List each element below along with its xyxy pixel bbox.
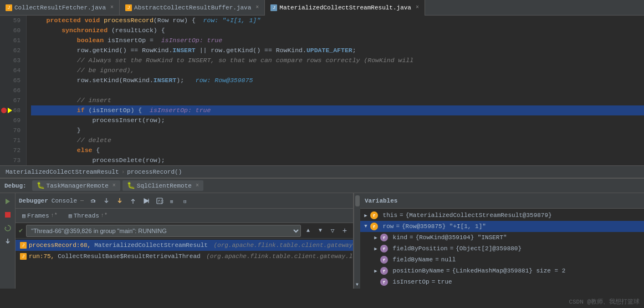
var-icon-fieldByName: f xyxy=(380,256,388,264)
var-row-kind[interactable]: f kind = {RowKind@359104} "INSERT" xyxy=(360,232,644,243)
code-line-71: // delete xyxy=(31,135,644,145)
frames-threads-tabs: ▤ Frames ↑* ▤ Threads ↑* xyxy=(16,209,353,223)
debugger-left-panel: Debugger Console — xyxy=(16,193,354,289)
var-icon-isInsertOp: f xyxy=(380,278,388,286)
tab-label-0: CollectResultFetcher.java xyxy=(14,4,106,11)
var-icon-this: f xyxy=(370,211,378,219)
frames-icon: ▤ xyxy=(22,213,25,219)
eval-expression-btn[interactable]: f(x) xyxy=(154,195,166,206)
scroll-thumb[interactable] xyxy=(355,195,360,206)
bug-icon-1: 🐛 xyxy=(37,181,45,190)
gutter-70: 70 xyxy=(0,125,23,135)
tab-abstract-collect[interactable]: J AbstractCollectResultBuffer.java × xyxy=(120,0,265,16)
var-value-fieldByName: null xyxy=(441,256,456,263)
var-name-this: this xyxy=(379,212,397,219)
force-step-into-btn[interactable] xyxy=(114,195,126,206)
scroll-down-arrow[interactable]: ▼ xyxy=(355,282,360,287)
var-value-row: {Row@359875} "+I[1, 1]" xyxy=(402,223,486,230)
threads-count: ↑* xyxy=(101,213,108,219)
breadcrumb-sep: › xyxy=(121,169,125,175)
code-line-60: synchronized (resultLock) { xyxy=(31,26,644,36)
rerun-icon[interactable] xyxy=(2,222,14,234)
frames-tab[interactable]: ▤ Frames ↑* xyxy=(18,211,62,220)
close-tab-1[interactable]: × xyxy=(255,4,259,11)
code-line-65: row.setKind(RowKind.INSERT); row: Row@35… xyxy=(31,75,644,85)
expand-kind[interactable] xyxy=(372,234,379,241)
code-line-63: // Always set the RowKind to INSERT, so … xyxy=(31,55,644,65)
var-row-row[interactable]: f row = {Row@359875} "+I[1, 1]" xyxy=(360,221,644,232)
stack-frame-0[interactable]: J processRecord:68, MaterializedCollectS… xyxy=(16,240,353,251)
close-debug-tab-1[interactable]: × xyxy=(196,183,199,189)
var-name-fieldByPosition: fieldByPosition xyxy=(389,245,448,252)
step-over-btn[interactable] xyxy=(87,195,99,206)
trace-over-btn[interactable]: ⊞ xyxy=(167,195,179,206)
thread-filter-btn[interactable]: ▽ xyxy=(328,226,338,236)
var-row-is-insert-op[interactable]: f isInsertOp = true xyxy=(360,276,644,287)
threads-icon: ▤ xyxy=(69,213,72,219)
gutter-65: 65 xyxy=(0,75,23,85)
code-line-66 xyxy=(31,85,644,95)
thread-down-btn[interactable]: ▼ xyxy=(315,226,325,236)
step-into-btn[interactable] xyxy=(100,195,113,206)
debug-tab-task-manager[interactable]: 🐛 TaskManagerRemote × xyxy=(32,180,120,191)
var-icon-kind: f xyxy=(380,234,388,241)
run-to-cursor-btn[interactable] xyxy=(140,195,152,206)
var-row-field-by-name[interactable]: f fieldByName = null xyxy=(360,254,644,265)
stop-icon[interactable] xyxy=(2,209,14,221)
left-panel-scroll[interactable]: ▼ xyxy=(354,193,360,289)
var-icon-positionByName: f xyxy=(380,267,388,275)
svg-marker-8 xyxy=(144,199,149,203)
step-out-btn[interactable] xyxy=(127,195,139,206)
breadcrumb-class: MaterializedCollectStreamResult xyxy=(6,169,119,175)
threads-tab[interactable]: ▤ Threads ↑* xyxy=(64,211,112,220)
tab-collect-result-fetcher[interactable]: J CollectResultFetcher.java × xyxy=(0,0,120,16)
expand-this[interactable] xyxy=(362,212,369,219)
var-row-field-by-position[interactable]: f fieldByPosition = {Object[2]@359880} xyxy=(360,243,644,254)
thread-up-btn[interactable]: ▲ xyxy=(303,226,313,236)
breakpoint-68[interactable] xyxy=(1,108,7,113)
var-value-positionByName: {LinkedHashMap@359881} size = 2 xyxy=(452,267,566,274)
threads-label: Threads xyxy=(74,213,99,219)
close-tab-2[interactable]: × xyxy=(416,4,419,11)
expand-row[interactable] xyxy=(362,223,369,230)
scroll-down-icon[interactable] xyxy=(2,235,14,248)
variables-list: f this = {MaterializedCollectStreamResul… xyxy=(360,209,644,289)
tab-label-1: AbstractCollectResultBuffer.java xyxy=(134,4,251,11)
expand-fieldByPosition[interactable] xyxy=(372,245,379,252)
var-row-position-by-name[interactable]: f positionByName = {LinkedHashMap@359881… xyxy=(360,265,644,276)
code-line-70: } xyxy=(31,125,644,135)
frame-icon-1: J xyxy=(20,253,27,260)
console-label: Console xyxy=(52,198,77,204)
gutter-68: 68 xyxy=(0,105,23,115)
frames-label: Frames xyxy=(27,213,49,219)
gutter-67: 67 xyxy=(0,95,23,105)
gutter-71: 71 xyxy=(0,135,23,145)
tabs-bar: J CollectResultFetcher.java × J Abstract… xyxy=(0,0,644,16)
close-debug-tab-0[interactable]: × xyxy=(113,183,116,189)
debug-bar: Debug: 🐛 TaskManagerRemote × 🐛 SqlClient… xyxy=(0,178,644,193)
code-line-62: row.getKind() == RowKind.INSERT || row.g… xyxy=(31,46,644,55)
tab-materialized-collect[interactable]: J MaterializedCollectStreamResult.java × xyxy=(265,0,425,16)
gutter-63: 63 xyxy=(0,55,23,65)
var-name-isInsertOp: isInsertOp xyxy=(389,279,430,285)
close-tab-0[interactable]: × xyxy=(110,4,114,11)
gutter-66: 66 xyxy=(0,85,23,95)
arrow-indicator-68 xyxy=(8,108,12,113)
svg-marker-2 xyxy=(5,226,7,228)
expand-positionByName[interactable] xyxy=(372,267,379,274)
gutter-69: 69 xyxy=(0,115,23,125)
trace-into-btn[interactable]: ⊟ xyxy=(180,195,192,206)
resume-icon[interactable] xyxy=(2,195,14,208)
stack-frame-1[interactable]: J run:75, CollectResultBase$ResultRetrie… xyxy=(16,251,353,262)
svg-text:f(x): f(x) xyxy=(158,199,163,204)
thread-add-btn[interactable]: + xyxy=(340,226,350,236)
debug-tab-sql-client[interactable]: 🐛 SqlClientRemote × xyxy=(122,180,203,191)
svg-text:⊟: ⊟ xyxy=(183,199,186,205)
var-name-positionByName: positionByName xyxy=(389,267,444,274)
thread-dropdown[interactable]: "Thread-66"@359,826 in group "main": RUN… xyxy=(26,225,301,237)
var-value-kind: {RowKind@359104} "INSERT" xyxy=(416,234,507,241)
frame-icon-0: J xyxy=(20,242,27,249)
code-line-64: // be ignored), xyxy=(31,65,644,75)
console-dash: — xyxy=(80,198,84,204)
var-row-this[interactable]: f this = {MaterializedCollectStreamResul… xyxy=(360,210,644,221)
